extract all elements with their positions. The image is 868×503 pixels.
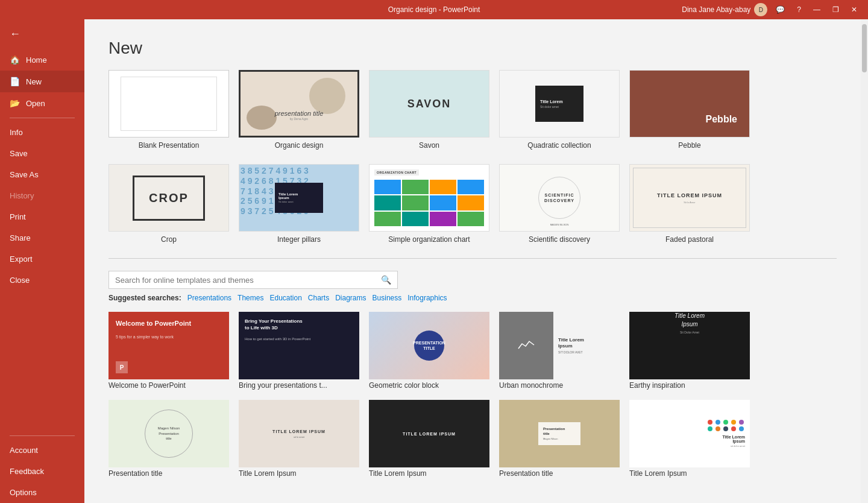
share-label: Share — [10, 233, 31, 242]
online-urban[interactable]: Title LoremIpsum SIT DOLOR AVET Urban mo… — [499, 312, 620, 390]
presbird-label: Presentation title — [499, 469, 553, 478]
online-welcome[interactable]: Welcome to PowerPoint 5 tips for a simpl… — [108, 312, 229, 390]
sidebar-item-open[interactable]: 📂 Open — [0, 92, 84, 114]
sidebar-item-print[interactable]: Print — [0, 206, 84, 227]
sidebar-item-new[interactable]: 📄 New — [0, 71, 84, 92]
template-orgchart[interactable]: ORGANIZATION CHART — [369, 164, 489, 244]
titlebar-title: Organic design - PowerPoint — [388, 5, 480, 14]
scrollbar-track[interactable] — [861, 19, 868, 503]
history-label: History — [10, 191, 34, 200]
suggestion-themes[interactable]: Themes — [237, 294, 263, 302]
saveas-label: Save As — [10, 170, 39, 179]
sidebar-item-options[interactable]: Options — [0, 482, 84, 503]
minimize-button[interactable]: — — [810, 0, 824, 19]
suggestion-charts[interactable]: Charts — [308, 294, 329, 302]
featured-templates-row1: Blank Presentation presentation title by… — [108, 70, 837, 150]
crop-label: Crop — [161, 235, 177, 244]
online-templates-row1: Welcome to PowerPoint 5 tips for a simpl… — [108, 312, 837, 390]
hexagon-label: Title Lorem Ipsum — [239, 469, 297, 478]
sidebar-item-home[interactable]: 🏠 Home — [0, 49, 84, 71]
scientific-thumb: SCIENTIFICDISCOVERY MAGEN NILSON — [499, 164, 620, 232]
online-geometric[interactable]: PRESENTATIONTITLE Geometric color block — [369, 312, 489, 390]
suggestion-education[interactable]: Education — [269, 294, 301, 302]
organic-thumb: presentation title by Dena Agro — [239, 70, 359, 138]
suggestion-presentations[interactable]: Presentations — [187, 294, 231, 302]
template-scientific[interactable]: SCIENTIFICDISCOVERY MAGEN NILSON Scienti… — [499, 164, 620, 244]
online-presbird[interactable]: Presentationtitle Magen Nilson Presentat… — [499, 400, 620, 478]
search-box: 🔍 — [108, 271, 398, 289]
colorful-thumb: Title LoremIpsum sit dolor amet — [629, 400, 750, 467]
template-savon[interactable]: SAVON Savon — [369, 70, 489, 150]
sidebar-item-history[interactable]: History — [0, 185, 84, 206]
floral-label: Presentation title — [108, 469, 162, 478]
comment-button[interactable]: 💬 — [772, 0, 788, 19]
sidebar-item-share[interactable]: Share — [0, 227, 84, 248]
template-organic[interactable]: presentation title by Dena Agro Organic … — [239, 70, 359, 150]
presbird-thumb: Presentationtitle Magen Nilson — [499, 400, 620, 467]
account-label: Account — [10, 446, 38, 455]
suggestion-infographics[interactable]: Infographics — [407, 294, 447, 302]
faded-label: Faded pastoral — [665, 235, 714, 244]
bring-thumb: Bring Your Presentationsto Life with 3D … — [239, 312, 359, 379]
quadratic-thumb: Title Lorem Sit dolor amet — [499, 70, 620, 138]
earthy-label: Earthy inspiration — [629, 381, 685, 390]
template-faded[interactable]: TITLE LOREM IPSUM Sit lo Amor Faded past… — [629, 164, 750, 244]
online-blackdog[interactable]: TITLE LOREM IPSUM Title Lorem Ipsum — [369, 400, 489, 478]
search-section: 🔍 Suggested searches: Presentations Them… — [108, 271, 837, 302]
colorful-label: Title Lorem Ipsum — [629, 469, 687, 478]
sidebar-item-saveas[interactable]: Save As — [0, 164, 84, 185]
export-label: Export — [10, 255, 33, 264]
template-crop[interactable]: CROP Crop — [108, 164, 229, 244]
welcome-label: Welcome to PowerPoint — [108, 381, 186, 390]
template-integer[interactable]: 3 8 5 2 7 4 9 1 6 34 9 2 6 8 1 5 7 3 27 … — [239, 164, 359, 244]
online-hexagon[interactable]: TITLE LOREM IPSUM sit lo amet Title Lore… — [239, 400, 359, 478]
sidebar-item-feedback[interactable]: Feedback — [0, 461, 84, 482]
scrollbar-thumb[interactable] — [862, 24, 867, 72]
online-floral[interactable]: Magen NilsonPresentationtitle Presentati… — [108, 400, 229, 478]
content-area: New Blank Presentation presentation titl… — [84, 19, 861, 503]
open-icon: 📂 — [10, 98, 20, 108]
sidebar-item-info[interactable]: Info — [0, 122, 84, 143]
sidebar-home-label: Home — [26, 55, 47, 65]
sidebar-divider-2 — [10, 435, 75, 436]
urban-label: Urban monochrome — [499, 381, 563, 390]
search-input[interactable] — [115, 276, 381, 285]
floral-thumb: Magen NilsonPresentationtitle — [108, 400, 229, 467]
help-button[interactable]: ? — [793, 0, 805, 19]
suggestion-diagrams[interactable]: Diagrams — [335, 294, 366, 302]
restore-button[interactable]: ❐ — [829, 0, 843, 19]
sidebar-item-export[interactable]: Export — [0, 248, 84, 270]
online-earthy[interactable]: Title LoremIpsum Sit Dolor Amet Earthy i… — [629, 312, 750, 390]
suggested-label: Suggested searches: — [108, 294, 181, 302]
close-label: Close — [10, 276, 30, 285]
pebble-thumb: Pebble — [629, 70, 750, 138]
suggestion-business[interactable]: Business — [373, 294, 402, 302]
blackdog-label: Title Lorem Ipsum — [369, 469, 427, 478]
sidebar-item-close[interactable]: Close — [0, 270, 84, 291]
titlebar-user: Dina Jane Abay-abay D — [682, 3, 767, 16]
geometric-label: Geometric color block — [369, 381, 439, 390]
template-quadratic[interactable]: Title Lorem Sit dolor amet Quadratic col… — [499, 70, 620, 150]
online-bring3d[interactable]: Bring Your Presentationsto Life with 3D … — [239, 312, 359, 390]
savon-label: Savon — [419, 141, 439, 150]
sidebar-item-account[interactable]: Account — [0, 440, 84, 461]
blank-thumb — [108, 70, 229, 138]
sidebar-nav: 🏠 Home 📄 New 📂 Open Info Save Save As — [0, 49, 84, 291]
template-pebble[interactable]: Pebble Pebble — [629, 70, 750, 150]
organic-label: Organic design — [275, 141, 324, 150]
faded-thumb: TITLE LOREM IPSUM Sit lo Amor — [629, 164, 750, 232]
quadratic-label: Quadratic collection — [527, 141, 591, 150]
sidebar-open-label: Open — [26, 99, 45, 108]
home-icon: 🏠 — [10, 55, 20, 65]
titlebar: Organic design - PowerPoint Dina Jane Ab… — [0, 0, 868, 19]
close-button[interactable]: ✕ — [848, 0, 861, 19]
avatar[interactable]: D — [754, 3, 767, 16]
section-divider — [108, 258, 837, 259]
integer-label: Integer pillars — [277, 235, 321, 244]
template-blank[interactable]: Blank Presentation — [108, 70, 229, 150]
online-colorful[interactable]: Title LoremIpsum sit dolor amet Title Lo… — [629, 400, 750, 478]
search-button[interactable]: 🔍 — [381, 275, 391, 285]
back-button[interactable]: ← — [0, 19, 84, 49]
online-templates-row2: Magen NilsonPresentationtitle Presentati… — [108, 400, 837, 478]
sidebar-item-save[interactable]: Save — [0, 143, 84, 164]
